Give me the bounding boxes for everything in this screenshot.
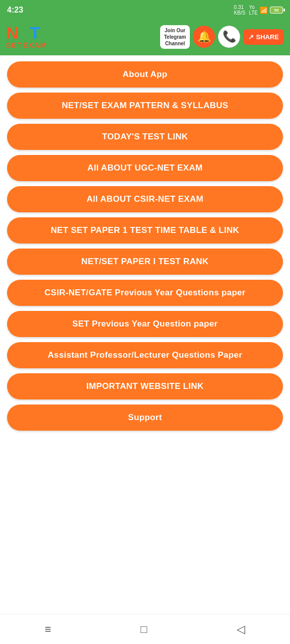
share-arrow-icon: ↗ — [248, 33, 254, 41]
main-content: About App NET/SET EXAM PATTERN & SYLLABU… — [0, 55, 290, 614]
telegram-line3: Channel — [164, 40, 186, 47]
signal-bars: 📶 — [260, 7, 268, 14]
telegram-line1: Join Our — [164, 27, 186, 34]
share-label: SHARE — [256, 33, 279, 41]
csir-gate-pyq-button[interactable]: CSIR-NET/GATE Previous Year Questions pa… — [7, 280, 283, 306]
network-text: YoLTE — [249, 5, 258, 16]
status-time: 4:23 — [7, 6, 23, 15]
signal-text: 0.31KB/S — [234, 5, 246, 16]
nav-back-icon[interactable]: ◁ — [237, 623, 245, 636]
support-button[interactable]: Support — [7, 405, 283, 431]
ugc-net-exam-button[interactable]: All ABOUT UGC-NET EXAM — [7, 155, 283, 181]
important-website-button[interactable]: IMPORTANT WEBSITE LINK — [7, 373, 283, 399]
nav-home-icon[interactable]: □ — [140, 623, 147, 636]
todays-test-link-button[interactable]: TODAY'S TEST LINK — [7, 124, 283, 150]
paper1-rank-button[interactable]: NET/SET PAPER I TEST RANK — [7, 249, 283, 275]
exam-pattern-syllabus-button[interactable]: NET/SET EXAM PATTERN & SYLLABUS — [7, 93, 283, 119]
app-header: NET SET EXAM Join Our Telegram Channel 🔔… — [0, 20, 290, 55]
logo-net: NET — [6, 24, 40, 41]
assistant-professor-button[interactable]: Assistant Professor/Lecturer Questions P… — [7, 342, 283, 368]
logo-exam: EXAM — [23, 41, 47, 49]
bottom-nav: ≡ □ ◁ — [0, 614, 290, 644]
logo-set: SET — [6, 41, 23, 49]
set-pyq-button[interactable]: SET Previous Year Question paper — [7, 311, 283, 337]
nav-menu-icon[interactable]: ≡ — [45, 623, 51, 636]
status-bar: 4:23 0.31KB/S YoLTE 📶 55 — [0, 0, 290, 20]
logo-bottom: SET EXAM — [6, 41, 47, 49]
csir-net-exam-button[interactable]: All ABOUT CSIR-NET EXAM — [7, 186, 283, 212]
notification-bell-icon[interactable]: 🔔 — [193, 26, 215, 48]
about-app-button[interactable]: About App — [7, 61, 283, 88]
header-right: Join Our Telegram Channel 🔔 📞 ↗ SHARE — [160, 25, 284, 49]
phone-icon[interactable]: 📞 — [218, 26, 240, 48]
share-button[interactable]: ↗ SHARE — [243, 29, 284, 45]
telegram-box[interactable]: Join Our Telegram Channel — [160, 25, 190, 49]
battery-icon: 55 — [270, 7, 283, 14]
telegram-line2: Telegram — [164, 34, 186, 40]
paper1-timetable-button[interactable]: NET SET PAPER 1 TEST TIME TABLE & LINK — [7, 217, 283, 244]
app-logo: NET SET EXAM — [6, 24, 47, 49]
status-icons: 0.31KB/S YoLTE 📶 55 — [234, 5, 283, 16]
